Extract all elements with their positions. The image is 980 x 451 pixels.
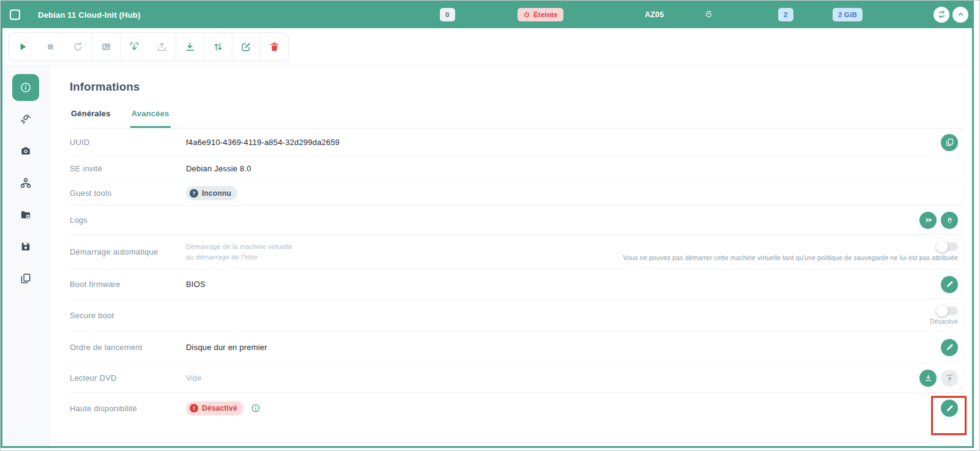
play-icon: [17, 41, 29, 53]
download-icon: [184, 41, 196, 53]
start-vm-button[interactable]: [9, 33, 37, 61]
auto-start-toggle[interactable]: [937, 242, 958, 251]
dvd-drive-value: Vide: [186, 374, 919, 382]
cables-icon: [20, 113, 32, 125]
refresh-icon: [937, 10, 946, 19]
eject-dvd-button[interactable]: [941, 370, 958, 387]
app-window: Debian 11 Cloud-Init (Hub) 0 Éteinte AZ0…: [0, 0, 980, 451]
row-label: Ordre de lancement: [70, 343, 186, 352]
tabbar: Générales Avancées: [70, 109, 965, 129]
insert-dvd-button[interactable]: [919, 370, 937, 387]
console-button[interactable]: [92, 33, 120, 61]
sidebar-item-devices[interactable]: [12, 106, 39, 133]
guest-tools-badge: ? Inconnu: [186, 186, 237, 200]
console-icon: [100, 41, 112, 53]
row-label: Boot firmware: [70, 280, 186, 289]
arrow-down-bracket-icon: [128, 41, 140, 53]
hand-icon: [945, 215, 954, 225]
row-high-availability: Haute disponibilité ! Désactivé: [70, 393, 965, 423]
row-label: Démarrage automatique: [70, 247, 186, 256]
arrow-up-tray-icon: [156, 41, 168, 53]
collapse-header-button[interactable]: [952, 7, 968, 23]
row-guest-os: SE invité Debian Jessie 8.0: [70, 157, 965, 181]
save-icon: [20, 240, 32, 253]
vm-title: Debian 11 Cloud-Init (Hub): [38, 10, 141, 19]
edit-high-availability-button[interactable]: [941, 400, 958, 417]
toggle-knob: [936, 240, 948, 253]
network-icon: [20, 177, 32, 189]
edit-boot-firmware-button[interactable]: [941, 276, 958, 293]
pencil-icon: [945, 404, 954, 413]
row-label: Logs: [70, 215, 186, 225]
row-uuid: UUID f4a6e910-4369-4119-a854-32d299da265…: [70, 129, 965, 157]
vm-select-checkbox[interactable]: [10, 9, 20, 20]
secure-boot-toggle[interactable]: [937, 307, 958, 315]
stop-vm-button[interactable]: [37, 33, 64, 61]
row-auto-start: Démarrage automatique Démarrage de la ma…: [70, 235, 965, 269]
ram-badge: 2 GiB: [833, 8, 863, 21]
guest-os-value: Debian Jessie 8.0: [186, 164, 958, 173]
restart-vm-button[interactable]: [64, 33, 92, 61]
vm-sidebar: [2, 65, 50, 446]
logs-report-button[interactable]: [919, 212, 937, 229]
upload-button[interactable]: [148, 33, 176, 61]
edit-vm-button[interactable]: [232, 33, 260, 61]
refresh-button[interactable]: [934, 7, 949, 23]
row-guest-tools: Guest tools ? Inconnu: [70, 181, 965, 206]
row-secure-boot: Secure boot Désactivé: [70, 300, 965, 332]
edit-boot-order-button[interactable]: [941, 339, 958, 356]
sidebar-item-storage[interactable]: [12, 233, 39, 260]
export-button[interactable]: [176, 33, 204, 61]
sidebar-item-snapshots[interactable]: [12, 138, 39, 165]
row-logs: Logs: [70, 206, 965, 235]
copy-icon: [945, 138, 954, 147]
info-icon: [20, 81, 32, 94]
exclamation-icon: !: [190, 404, 198, 412]
snapshot-count-badge: 0: [440, 8, 455, 21]
row-boot-order: Ordre de lancement Disque dur en premier: [70, 332, 965, 363]
info-rows: UUID f4a6e910-4369-4119-a854-32d299da265…: [70, 129, 965, 423]
informations-panel: Informations Générales Avancées UUID f4a…: [50, 65, 972, 446]
toolbar-strip: [2, 28, 972, 65]
power-icon: [523, 11, 530, 18]
delete-vm-button[interactable]: [261, 33, 288, 61]
logs-hand-button[interactable]: [941, 212, 958, 229]
debian-logo-icon: [703, 8, 714, 21]
report-icon: [924, 215, 933, 225]
tab-generales[interactable]: Générales: [70, 109, 112, 128]
import-button[interactable]: [121, 33, 148, 61]
row-label: Secure boot: [70, 311, 186, 320]
stop-icon: [45, 41, 56, 53]
sidebar-item-backup[interactable]: [12, 201, 39, 228]
secure-boot-state-label: Désactivé: [930, 318, 958, 325]
power-state-badge: Éteinte: [518, 8, 563, 21]
question-icon: ?: [190, 189, 198, 198]
vm-action-toolbar: [9, 32, 289, 61]
sidebar-item-network[interactable]: [12, 170, 39, 196]
uuid-value: f4a6e910-4369-4119-a854-32d299da2659: [186, 138, 941, 147]
row-label: Haute disponibilité: [70, 404, 186, 413]
pencil-icon: [945, 343, 954, 352]
copy-uuid-button[interactable]: [941, 134, 958, 151]
eject-icon: [945, 373, 954, 382]
row-label: Lecteur DVD: [70, 373, 186, 382]
migrate-button[interactable]: [204, 33, 232, 61]
trash-icon: [269, 41, 280, 53]
copy-icon: [20, 272, 32, 285]
tab-avancees[interactable]: Avancées: [130, 109, 171, 128]
high-availability-badge: ! Désactivé: [186, 401, 243, 416]
toggle-knob: [936, 305, 948, 317]
edit-square-icon: [240, 41, 252, 53]
folder-gear-icon: [20, 209, 32, 221]
info-circle-icon: [251, 403, 261, 413]
row-label: SE invité: [70, 164, 186, 173]
sidebar-item-informations[interactable]: [12, 74, 39, 101]
sidebar-item-duplicate[interactable]: [12, 265, 39, 292]
vcpu-badge: 2: [778, 8, 793, 21]
host-name: AZ05: [645, 10, 664, 19]
camera-icon: [20, 145, 32, 157]
auto-start-warning: Vous ne pouvez pas démarrer cette machin…: [623, 254, 958, 261]
auto-start-description: Démarrage de la machine virtuelle au dém…: [186, 242, 623, 262]
row-dvd-drive: Lecteur DVD Vide: [70, 363, 965, 393]
boot-firmware-value: BIOS: [186, 280, 941, 289]
